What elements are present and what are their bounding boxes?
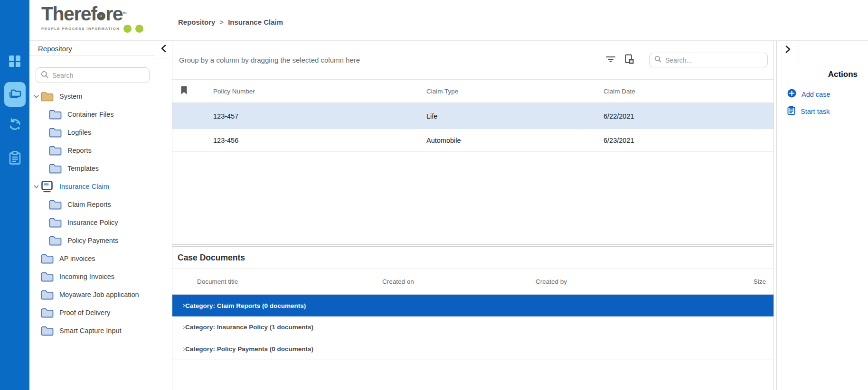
actions-panel: Actions Add case Start t	[776, 41, 868, 390]
column-header-document-title[interactable]: Document title	[197, 278, 382, 285]
therefore-logo: Therefre™ PEOPLE PROCESS INFORMATION	[41, 3, 151, 33]
cell-claim-date: 6/22/2021	[596, 112, 774, 120]
expand-panel-button[interactable]	[777, 41, 799, 59]
chevron-left-icon	[161, 45, 166, 54]
tree-item-reports[interactable]: Reports	[29, 141, 172, 159]
column-header-claim-date[interactable]: Claim Date	[596, 88, 774, 95]
filter-button[interactable]	[603, 53, 619, 67]
add-case-button[interactable]: Add case	[777, 89, 868, 100]
grid-header-row: Policy Number Claim Type Claim Date	[172, 80, 774, 103]
repository-tree: System Container Files Logfiles Reports …	[29, 87, 172, 340]
logo-dot-icon	[123, 25, 132, 33]
folder-icon	[41, 290, 55, 300]
repository-folders-icon	[8, 88, 21, 101]
tree-item-insurance-claim[interactable]: Insurance Claim	[29, 177, 172, 195]
tree-item-proof-of-delivery[interactable]: Proof of Delivery	[29, 304, 172, 322]
app-rail	[0, 0, 29, 390]
repository-nav-button[interactable]	[4, 82, 26, 107]
breadcrumb-insurance-claim: Insurance Claim	[228, 18, 283, 26]
category-row-insurance-policy[interactable]: Category: Insurance Policy (1 documents)	[172, 316, 774, 338]
filter-icon	[606, 56, 615, 65]
chevron-right-icon[interactable]	[172, 303, 185, 308]
folder-system-icon	[41, 92, 55, 102]
folder-icon	[49, 146, 63, 156]
group-by-bar[interactable]: Group by a column by dragging the select…	[172, 41, 774, 80]
start-task-button[interactable]: Start task	[777, 106, 868, 117]
cell-claim-date: 6/23/2021	[596, 137, 774, 144]
dashboard-grid-icon	[9, 55, 21, 69]
case-definition-icon	[41, 181, 55, 193]
case-row[interactable]: 123-456 Automobile 6/23/2021	[172, 129, 774, 152]
folder-icon	[49, 128, 63, 138]
tasks-nav-button[interactable]	[4, 148, 26, 169]
column-header-policy-number[interactable]: Policy Number	[206, 88, 419, 95]
folder-icon	[49, 110, 63, 120]
column-header-created-by[interactable]: Created by	[536, 278, 723, 285]
column-header-size[interactable]: Size	[723, 278, 774, 285]
cell-policy-number: 123-457	[206, 112, 419, 120]
group-by-hint: Group by a column by dragging the select…	[179, 56, 360, 64]
actions-title: Actions	[777, 70, 868, 79]
chevron-right-icon[interactable]	[172, 325, 185, 330]
case-documents-panel: Case Documents Document title Created on…	[172, 246, 774, 390]
folder-icon	[41, 308, 55, 318]
main-content: Group by a column by dragging the select…	[172, 41, 774, 390]
folder-icon	[49, 218, 63, 228]
category-row-policy-payments[interactable]: Category: Policy Payments (0 documents)	[172, 338, 774, 360]
top-header: Therefre™ PEOPLE PROCESS INFORMATION Rep…	[29, 0, 868, 41]
tree-item-incoming-invoices[interactable]: Incoming Invoices	[29, 268, 172, 286]
tree-search-box	[36, 67, 150, 83]
tree-item-ap-invoices[interactable]: AP invoices	[29, 250, 172, 268]
tree-item-claim-reports[interactable]: Claim Reports	[29, 195, 172, 214]
tree-item-insurance-policy[interactable]: Insurance Policy	[29, 214, 172, 232]
tree-search-input[interactable]	[52, 72, 138, 79]
chevron-right-icon[interactable]	[172, 346, 185, 352]
folder-icon	[49, 236, 63, 246]
bookmark-icon[interactable]	[172, 86, 206, 96]
collapse-panel-button[interactable]	[155, 41, 172, 58]
folder-icon	[49, 200, 63, 210]
folder-icon	[41, 272, 55, 282]
case-row-selected[interactable]: 123-457 Life 6/22/2021	[172, 103, 774, 129]
tree-item-templates[interactable]: Templates	[29, 159, 172, 177]
case-documents-title: Case Documents	[172, 247, 774, 269]
breadcrumb: Repository > Insurance Claim	[178, 18, 283, 26]
search-icon	[654, 56, 661, 65]
folder-icon	[41, 254, 55, 264]
tasks-clipboard-icon	[9, 151, 21, 167]
breadcrumb-repository[interactable]: Repository	[178, 18, 215, 26]
repository-tree-panel: Repository System Container Files	[29, 41, 172, 390]
therefore-web-client: Therefre™ PEOPLE PROCESS INFORMATION Rep…	[0, 0, 868, 390]
cell-claim-type: Life	[419, 112, 596, 120]
actions-list: Add case Start task	[777, 89, 868, 117]
grid-search-input[interactable]	[665, 56, 760, 64]
logo-wordmark: Therefre™	[41, 3, 151, 24]
folder-icon	[41, 326, 55, 336]
case-grid: Group by a column by dragging the select…	[172, 41, 774, 245]
breadcrumb-separator: >	[219, 18, 224, 26]
workflow-nav-button[interactable]	[4, 114, 26, 136]
logo-dot-icon	[135, 25, 143, 33]
column-options-button[interactable]	[622, 53, 638, 67]
tree-item-logfiles[interactable]: Logfiles	[29, 123, 172, 141]
add-circle-icon	[787, 89, 796, 100]
cell-claim-type: Automobile	[419, 137, 596, 144]
chevron-down-icon[interactable]	[31, 95, 41, 98]
logo-green-o	[97, 12, 105, 20]
chevron-right-icon	[785, 46, 791, 55]
tree-item-container-files[interactable]: Container Files	[29, 105, 172, 123]
chevron-down-icon[interactable]	[31, 185, 41, 188]
tree-item-policy-payments[interactable]: Policy Payments	[29, 232, 172, 250]
logo-tagline: PEOPLE PROCESS INFORMATION	[41, 27, 120, 31]
category-row-claim-reports[interactable]: Category: Claim Reports (0 documents)	[172, 295, 774, 316]
tree-item-smart-capture-input[interactable]: Smart Capture Input	[29, 322, 172, 340]
column-header-created-on[interactable]: Created on	[382, 278, 536, 285]
tree-item-moyaware-job-application[interactable]: Moyaware Job application	[29, 286, 172, 304]
tree-item-system[interactable]: System	[29, 87, 172, 105]
start-task-clipboard-icon	[787, 106, 795, 117]
grid-search-box	[649, 53, 768, 67]
dashboard-nav-button[interactable]	[4, 51, 26, 73]
workflow-sync-icon	[8, 117, 22, 133]
documents-header-row: Document title Created on Created by Siz…	[172, 269, 774, 295]
column-header-claim-type[interactable]: Claim Type	[419, 88, 596, 95]
